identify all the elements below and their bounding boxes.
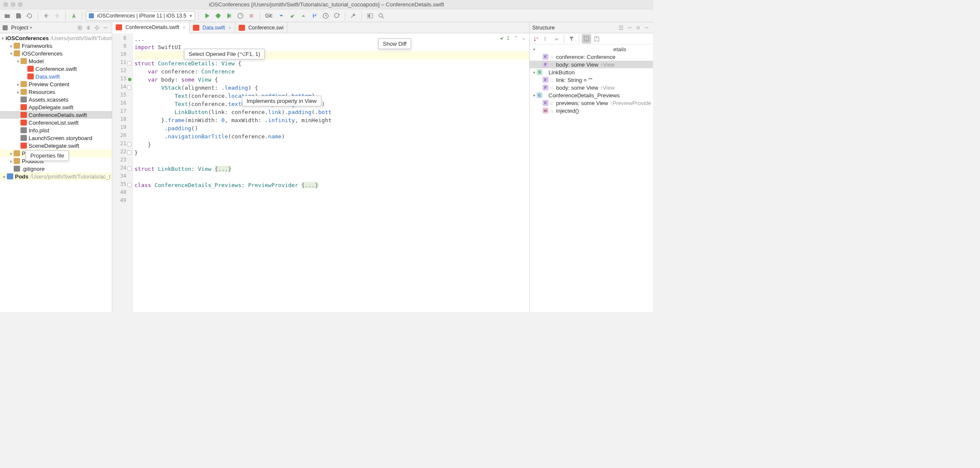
tree-item[interactable]: ▾Model xyxy=(0,57,112,65)
view-mode-icon[interactable] xyxy=(617,24,625,32)
open-icon[interactable] xyxy=(3,11,12,20)
tree-path: /Users/jsmith/Swift/Tutorials/ac_t xyxy=(50,35,112,41)
struct-label: previews: some View xyxy=(556,100,608,106)
save-icon[interactable] xyxy=(14,11,23,20)
gear-icon[interactable] xyxy=(634,24,642,32)
build-icon[interactable] xyxy=(69,11,79,20)
debug-icon[interactable] xyxy=(213,11,223,20)
git-branch-icon[interactable] xyxy=(310,11,319,20)
git-history-icon[interactable] xyxy=(321,11,330,20)
stop-icon[interactable] xyxy=(247,11,256,20)
tab-label: Conference.swi xyxy=(248,25,284,31)
tree-item[interactable]: Info.plist xyxy=(0,126,112,134)
tree-item[interactable]: ▸Frameworks xyxy=(0,42,112,50)
filter-icon[interactable] xyxy=(567,34,576,44)
tooltip-show-diff: Show Diff xyxy=(378,38,411,49)
ide-settings-icon[interactable] xyxy=(365,11,375,20)
close-icon[interactable]: × xyxy=(228,25,231,30)
sort-az-icon[interactable]: az xyxy=(552,34,561,44)
tree-label: Frameworks xyxy=(22,43,52,49)
struct-item[interactable]: ▾CConferenceDetails_Previews xyxy=(530,91,653,99)
forward-icon[interactable] xyxy=(52,11,62,20)
tree-item[interactable]: ▸Pods/Users/jsmith/Swift/Tutorials/ac_t xyxy=(0,173,112,180)
tree-item-selected[interactable]: ConferenceDetails.swift xyxy=(0,111,112,119)
struct-label: body: some View xyxy=(556,85,598,91)
editor-area: ConferenceDetails.swift × Data.swift × C… xyxy=(112,22,529,312)
sort-alpha-icon[interactable]: a xyxy=(531,34,541,44)
struct-item[interactable]: F○body: some View↑View xyxy=(530,84,653,91)
tree-item[interactable]: ▸Resources xyxy=(0,88,112,96)
struct-item[interactable]: F○link: String = "" xyxy=(530,76,653,84)
hide-icon[interactable] xyxy=(626,24,633,32)
minimize-icon[interactable] xyxy=(643,24,650,32)
editor-gutter[interactable]: 8 9 10 11 12 13 14 15 16 17 18 19 20 21 … xyxy=(112,33,133,312)
git-pull-icon[interactable] xyxy=(277,11,286,20)
git-label: Git: xyxy=(265,13,273,19)
tree-root[interactable]: ▾ iOSConferences /Users/jsmith/Swift/Tut… xyxy=(0,34,112,42)
tab-data[interactable]: Data.swift × xyxy=(190,22,235,33)
run-icon[interactable] xyxy=(202,11,212,20)
sort-type-icon[interactable] xyxy=(542,34,551,44)
profile-icon[interactable] xyxy=(236,11,245,20)
struct-item[interactable]: F○previews: some View↑PreviewProvide xyxy=(530,99,653,107)
project-tool-window: Project ▾ ▾ iOSConferences /Users/jsmith… xyxy=(0,22,112,312)
tab-conference[interactable]: Conference.swi xyxy=(235,22,288,33)
tooltip-implements: Implements property in View xyxy=(242,96,321,106)
gear-icon[interactable] xyxy=(93,24,101,32)
hide-icon[interactable] xyxy=(102,24,109,32)
tree-label: ConferenceDetails.swift xyxy=(29,112,87,118)
tree-item[interactable]: Conference.swift xyxy=(0,65,112,73)
tree-item[interactable]: AppDelegate.swift xyxy=(0,103,112,111)
structure-tree[interactable]: ▾etails F○conference: Conference F○body:… xyxy=(530,44,653,312)
tab-label: ConferenceDetails.swift xyxy=(125,24,179,30)
git-push-icon[interactable] xyxy=(299,11,308,20)
struct-item[interactable]: ▾etails xyxy=(530,45,653,53)
wrench-icon[interactable] xyxy=(349,11,358,20)
run-configuration-selector[interactable]: iOSConferences | iPhone 11 | iOS 13.5 ▾ xyxy=(86,11,195,20)
search-everywhere-icon[interactable] xyxy=(376,11,386,20)
tree-label: .gitignore xyxy=(22,166,44,172)
struct-item[interactable]: ▾SLinkButton xyxy=(530,68,653,76)
struct-item[interactable]: m○injected() xyxy=(530,107,653,114)
tree-item[interactable]: Assets.xcassets xyxy=(0,96,112,103)
project-panel-header: Project ▾ xyxy=(0,22,112,33)
swift-file-icon xyxy=(20,104,27,110)
struct-item[interactable]: F○conference: Conference xyxy=(530,53,653,61)
tree-item[interactable]: SceneDelegate.swift xyxy=(0,142,112,149)
swift-file-icon xyxy=(20,112,27,118)
back-icon[interactable] xyxy=(41,11,51,20)
svg-point-10 xyxy=(637,26,639,29)
close-icon[interactable]: × xyxy=(183,25,185,30)
git-rollback-icon[interactable] xyxy=(332,11,341,20)
sort-visibility-icon[interactable] xyxy=(582,34,591,44)
method-badge-icon: m xyxy=(542,108,548,114)
editor-tabs: ConferenceDetails.swift × Data.swift × C… xyxy=(112,22,529,33)
coverage-icon[interactable] xyxy=(225,11,234,20)
project-view-selector[interactable]: Project ▾ xyxy=(3,24,74,31)
tree-label: Data.swift xyxy=(35,73,60,80)
project-tree[interactable]: ▾ iOSConferences /Users/jsmith/Swift/Tut… xyxy=(0,33,112,312)
swift-file-icon xyxy=(27,66,34,72)
tree-item[interactable]: Data.swift xyxy=(0,73,112,80)
file-icon xyxy=(14,166,20,172)
refresh-icon[interactable] xyxy=(25,11,34,20)
tree-item[interactable]: .gitignore xyxy=(0,165,112,173)
structure-title: Structure xyxy=(532,24,615,31)
struct-label: link: String = "" xyxy=(556,77,592,83)
expand-all-icon[interactable] xyxy=(85,24,92,32)
tree-item[interactable]: LaunchScreen.storyboard xyxy=(0,134,112,142)
tree-item[interactable]: ▾iOSConferences xyxy=(0,50,112,57)
tree-item[interactable]: ConferenceList.swift xyxy=(0,119,112,126)
struct-label: LinkButton xyxy=(548,69,575,76)
struct-badge-icon: S xyxy=(537,69,542,75)
titlebar: iOSConferences [/Users/jsmith/Swift/Tuto… xyxy=(0,0,653,9)
svg-rect-2 xyxy=(250,14,253,18)
select-opened-file-icon[interactable] xyxy=(76,24,84,32)
tab-conference-details[interactable]: ConferenceDetails.swift × xyxy=(112,22,190,33)
git-commit-icon[interactable] xyxy=(288,11,297,20)
tree-item[interactable]: ▸Preview Content xyxy=(0,80,112,88)
svg-point-9 xyxy=(96,26,98,29)
editor-code[interactable]: ...import SwiftUI struct ConferenceDetai… xyxy=(133,33,529,312)
struct-item-selected[interactable]: F○body: some View↑View xyxy=(530,61,653,68)
autoscroll-icon[interactable] xyxy=(592,34,601,44)
